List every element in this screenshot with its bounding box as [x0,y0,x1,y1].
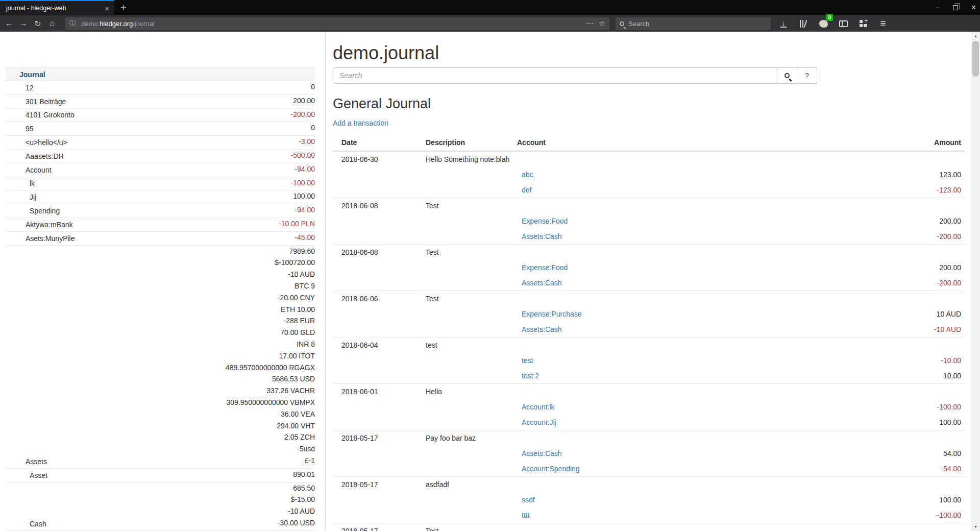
posting-account-link[interactable]: Assets:Cash [522,325,562,333]
library-icon[interactable] [798,18,809,29]
home-icon[interactable]: ⌂ [45,19,59,28]
posting-account-link[interactable]: Expense:Food [522,263,568,272]
page-actions-icon[interactable]: ⋯ [586,19,594,28]
transaction-summary-row[interactable]: 2018-05-17Test [333,523,965,531]
posting-amount: -10 AUD [934,325,961,333]
sidebar-account-link[interactable]: Aktywa:mBank [6,220,279,230]
scroll-down-icon[interactable]: ▼ [971,522,980,531]
bookmark-star-icon[interactable]: ☆ [599,19,605,28]
transaction-summary-row[interactable]: 2018-06-01Hello [333,384,965,399]
sidebar-account-link[interactable]: Spending [6,206,295,216]
window-restore-button[interactable] [953,5,958,10]
posting-account-link[interactable]: Expense:Food [522,217,568,225]
posting-amount: 123.00 [939,171,961,179]
account-balance: -45.00 [295,232,315,244]
url-bar[interactable]: ⓘ demo.hledger.org/journal ⋯ ☆ [65,17,609,30]
transaction-date: 2018-06-06 [341,295,378,303]
sidebar-account-link[interactable]: Jij [6,192,293,202]
sidebar-account-link[interactable]: 95 [6,124,311,134]
transaction-summary-row[interactable]: 2018-06-04test [333,337,965,353]
add-transaction-link[interactable]: Add a transaction [333,119,388,127]
window-close-button[interactable]: × [971,3,976,12]
posting-row: tttt-100.00 [333,508,965,523]
posting-account-link[interactable]: test 2 [522,372,539,380]
posting-account-link[interactable]: Assets:Cash [522,279,562,287]
url-text: demo.hledger.org/journal [81,20,581,28]
sidebar-account-link[interactable]: Assets [6,457,226,467]
sidebar-account-link[interactable]: Account [6,165,295,175]
extension-icon[interactable]: 0 [818,18,829,29]
sidebar-divider [325,32,326,531]
balance-amount: 337.26 VACHR [226,385,315,397]
search-help-button[interactable]: ? [797,67,817,84]
transaction-summary-row[interactable]: 2018-06-08Test [333,198,965,213]
transaction-summary-row[interactable]: 2018-06-06Test [333,291,965,306]
sidebar-account-link[interactable]: 301 Beiträge [6,97,293,107]
posting-account-link[interactable]: Assets:Cash [522,232,562,240]
journal-search-input[interactable] [333,67,777,84]
transaction-summary-row[interactable]: 2018-05-17Pay foo bar baz [333,430,965,446]
sidebar-account-row: Cash685.50$-15.00-10 AUD-30.00 USD [6,482,315,531]
sidebar-account-link[interactable]: Asset [6,471,293,480]
pocket-grid-icon[interactable] [857,18,869,29]
transaction-date: 2018-06-08 [341,248,378,256]
column-header-date: Date [341,138,357,147]
posting-account-link[interactable]: Account:Spending [522,465,580,473]
scroll-up-icon[interactable]: ▲ [971,32,980,40]
new-tab-button[interactable]: + [120,1,127,15]
sidebar-account-row: Assets7989.60$-100720.00-10 AUDBTC 9-20.… [6,246,315,469]
transaction-summary-row[interactable]: 2018-06-08Test [333,245,965,260]
reload-icon[interactable]: ↻ [31,19,45,29]
balance-amount: 294.00 VHT [226,420,315,432]
journal-link[interactable]: Journal [19,70,45,79]
menu-icon[interactable]: ≡ [877,18,889,29]
posting-account-link[interactable]: Assets:Cash [522,449,562,457]
posting-amount: 200.00 [939,217,961,225]
transaction-description: Hello Something note:blah [426,155,509,163]
posting-row: test 210.00 [333,368,965,383]
transaction: 2018-06-01HelloAccount:lk-100.00Account:… [333,383,965,430]
posting-row: Assets:Cash-200.00 [333,275,965,291]
posting-account-link[interactable]: test [522,356,533,365]
posting-account-link[interactable]: tttt [522,511,530,519]
posting-amount: 10 AUD [937,310,961,318]
transaction-summary-row[interactable]: 2018-06-30Hello Something note:blah [333,152,965,167]
transaction-summary-row[interactable]: 2018-05-17asdfadf [333,477,965,492]
sidebar-account-link[interactable]: 4101 Girokonto [6,110,291,120]
posting-account-link[interactable]: Expense:Purchase [522,310,582,318]
posting-account-link[interactable]: def [522,186,531,194]
window-minimize-button[interactable]: − [936,4,940,12]
sidebar-account-link[interactable]: Aaasets:DH [6,152,291,161]
sidebar-account-row: 120 [6,81,315,95]
posting-account-link[interactable]: Account:Jij [522,418,556,426]
sidebar-account-row: Account-94.00 [6,163,315,177]
sidebar-account-row: lk-100.00 [6,177,315,191]
posting-account-link[interactable]: ssdf [522,496,535,504]
sidebar-account-link[interactable]: Cash [6,519,278,529]
browser-search-field[interactable]: Search [616,17,771,30]
scrollbar-thumb[interactable] [972,41,979,77]
balance-amount: 7989.60 [226,246,315,257]
posting-row: test-10.00 [333,353,965,368]
sidebar-account-link[interactable]: <u>hello</u> [6,138,299,148]
sidebars-icon[interactable] [838,18,849,29]
tab-close-icon[interactable]: × [105,4,109,13]
browser-tab[interactable]: journal - hledger-web × [0,0,114,15]
posting-account-link[interactable]: Account:lk [522,403,555,411]
forward-icon[interactable]: → [16,19,31,28]
site-info-icon[interactable]: ⓘ [69,19,76,28]
sidebar-account-link[interactable]: 12 [6,83,311,93]
posting-account-link[interactable]: abc [522,171,533,179]
sidebar-account-link[interactable]: lk [6,179,291,188]
downloads-icon[interactable]: ↓ [778,18,789,29]
posting-row: Assets:Cash54.00 [333,446,965,461]
page-scrollbar[interactable]: ▲ ▼ [971,32,980,531]
journal-search-form: ? [333,67,817,84]
back-icon[interactable]: ← [2,19,16,28]
account-balance: 0 [311,81,315,93]
journal-search-button[interactable] [777,67,797,84]
extension-badge: 0 [826,14,833,21]
sidebar-account-link[interactable]: Asets:MunyPile [6,234,295,244]
balance-amount: -94.00 [295,204,315,216]
sidebar-account-row: Asets:MunyPile-45.00 [6,232,315,246]
